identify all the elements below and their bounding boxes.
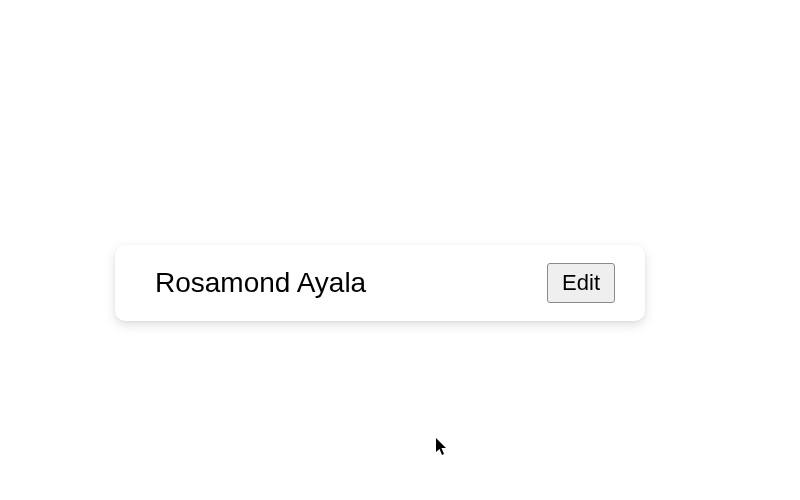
cursor-icon	[436, 438, 448, 456]
name-card: Rosamond Ayala Edit	[115, 245, 645, 321]
edit-button[interactable]: Edit	[547, 263, 615, 303]
name-label: Rosamond Ayala	[155, 267, 366, 299]
